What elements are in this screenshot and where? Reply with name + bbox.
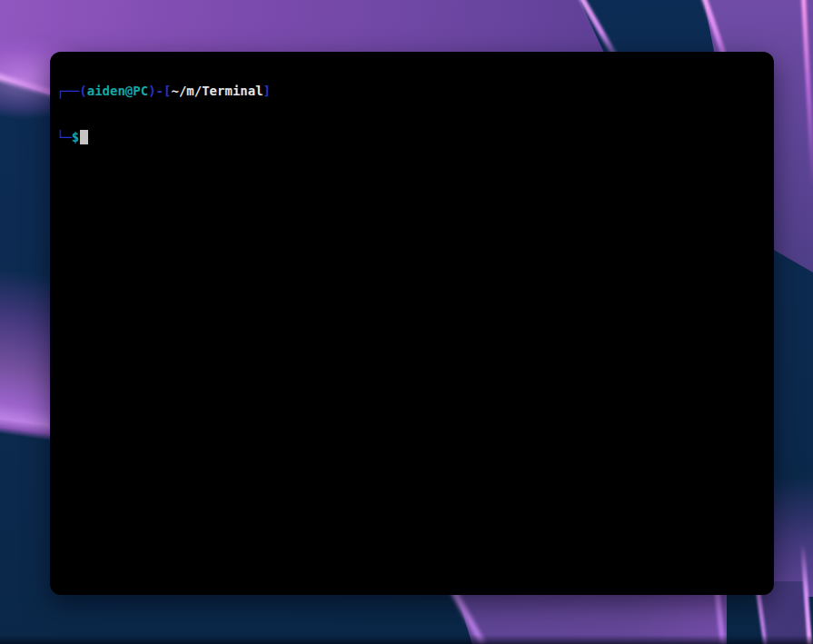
- terminal-window[interactable]: ┌──(aiden@PC)-[~/m/Terminal] └─$: [50, 52, 774, 595]
- wallpaper-edge-right-2: [801, 0, 813, 187]
- desktop: ┌──(aiden@PC)-[~/m/Terminal] └─$: [0, 0, 813, 644]
- wallpaper-bottom-vignette: [0, 635, 813, 644]
- prompt-frame-close: ]: [263, 84, 271, 98]
- prompt-frame-open: ┌──(: [56, 84, 87, 98]
- prompt-user-host: aiden@PC: [87, 84, 148, 98]
- prompt-path: ~/m/Terminal: [171, 84, 263, 98]
- terminal-cursor: [80, 130, 88, 144]
- wallpaper-edge-bottom-4: [800, 543, 812, 644]
- terminal-prompt-line-2: └─$: [56, 130, 768, 145]
- terminal-prompt-line-1: ┌──(aiden@PC)-[~/m/Terminal]: [56, 84, 768, 99]
- wallpaper-ribbon-left: [0, 268, 56, 445]
- wallpaper-glow-bottom-right: [772, 477, 813, 597]
- prompt-dollar-symbol: $: [72, 130, 79, 144]
- prompt-corner: └─: [56, 130, 72, 144]
- prompt-separator: )-[: [148, 84, 171, 98]
- wallpaper-edge-bottom-2: [714, 587, 726, 644]
